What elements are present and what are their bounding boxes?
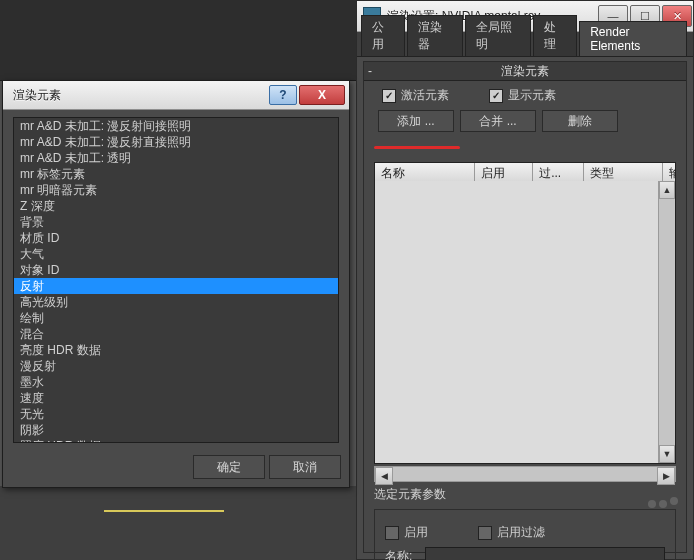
dialog-titlebar[interactable]: 渲染元素 ? X — [3, 81, 349, 110]
list-item[interactable]: Z 深度 — [14, 198, 338, 214]
list-item[interactable]: 高光级别 — [14, 294, 338, 310]
scroll-left-icon[interactable]: ◀ — [375, 467, 393, 485]
delete-button[interactable]: 删除 — [542, 110, 618, 132]
list-item[interactable]: 墨水 — [14, 374, 338, 390]
list-item[interactable]: mr A&D 未加工: 漫反射直接照明 — [14, 134, 338, 150]
list-item[interactable]: 亮度 HDR 数据 — [14, 342, 338, 358]
list-item[interactable]: mr A&D 未加工: 透明 — [14, 150, 338, 166]
list-header: 名称 启用 过... 类型 输 — [375, 163, 675, 182]
cancel-button[interactable]: 取消 — [269, 455, 341, 479]
chk-label: 启用过滤 — [497, 524, 545, 541]
list-body[interactable] — [375, 181, 675, 463]
panel-body: - 渲染元素 ✓ 激活元素 ✓ 显示元素 添加 ... 合并 ... 删除 名称… — [363, 61, 687, 553]
list-item[interactable]: 大气 — [14, 246, 338, 262]
list-item[interactable]: 无光 — [14, 406, 338, 422]
render-elements-dialog: 渲染元素 ? X mr A&D 未加工: 漫反射间接照明mr A&D 未加工: … — [2, 80, 350, 488]
scrollbar-vertical[interactable]: ▲ ▼ — [658, 181, 675, 463]
chk-label: 激活元素 — [401, 87, 449, 104]
list-item[interactable]: 照度 HDR 数据 — [14, 438, 338, 443]
list-item[interactable]: 对象 ID — [14, 262, 338, 278]
list-item[interactable]: 绘制 — [14, 310, 338, 326]
section-title: 渲染元素 — [370, 63, 680, 80]
list-item[interactable]: 速度 — [14, 390, 338, 406]
list-item[interactable]: mr 标签元素 — [14, 166, 338, 182]
list-item[interactable]: mr A&D 未加工: 漫反射间接照明 — [14, 118, 338, 134]
tab-render-elements[interactable]: Render Elements — [579, 21, 687, 56]
help-button[interactable]: ? — [269, 85, 297, 105]
collapse-icon: - — [368, 64, 372, 78]
col-name[interactable]: 名称 — [375, 163, 475, 181]
viewport-lower-area — [0, 486, 356, 560]
checkbox-icon: ✓ — [489, 89, 503, 103]
params-group: 启用 启用过滤 名称: — [374, 509, 676, 560]
tab-processing[interactable]: 处理 — [533, 15, 577, 56]
timeline-marker — [104, 510, 224, 512]
viewport-dark-area — [0, 0, 356, 81]
tab-gi[interactable]: 全局照明 — [465, 15, 531, 56]
list-item[interactable]: mr 明暗器元素 — [14, 182, 338, 198]
scroll-right-icon[interactable]: ▶ — [657, 467, 675, 485]
chk-display-elements[interactable]: ✓ 显示元素 — [489, 87, 556, 104]
chk-label: 显示元素 — [508, 87, 556, 104]
checkbox-icon — [385, 526, 399, 540]
tabstrip: 公用 渲染器 全局照明 处理 Render Elements — [357, 32, 693, 57]
list-item[interactable]: 反射 — [14, 278, 338, 294]
checkbox-icon — [478, 526, 492, 540]
render-settings-window: 渲染设置: NVIDIA mental ray — ☐ ✕ 公用 渲染器 全局照… — [356, 0, 694, 560]
watermark — [648, 500, 678, 508]
list-item[interactable]: 阴影 — [14, 422, 338, 438]
list-item[interactable]: 漫反射 — [14, 358, 338, 374]
dialog-listbox[interactable]: mr A&D 未加工: 漫反射间接照明mr A&D 未加工: 漫反射直接照明mr… — [13, 117, 339, 443]
name-input[interactable] — [425, 547, 665, 560]
col-output[interactable]: 输 — [663, 163, 675, 181]
section2-title: 选定元素参数 — [374, 486, 676, 503]
ok-button[interactable]: 确定 — [193, 455, 265, 479]
tab-common[interactable]: 公用 — [361, 15, 405, 56]
list-item[interactable]: 背景 — [14, 214, 338, 230]
elements-list[interactable]: 名称 启用 过... 类型 输 ▲ ▼ — [374, 162, 676, 464]
col-type[interactable]: 类型 — [584, 163, 663, 181]
col-filter[interactable]: 过... — [533, 163, 584, 181]
add-button[interactable]: 添加 ... — [378, 110, 454, 132]
list-item[interactable]: 材质 ID — [14, 230, 338, 246]
section-render-elements[interactable]: - 渲染元素 — [364, 62, 686, 81]
dialog-title: 渲染元素 — [3, 87, 269, 104]
annotation-underline — [374, 146, 460, 149]
scroll-up-icon[interactable]: ▲ — [659, 181, 675, 199]
close-button[interactable]: X — [299, 85, 345, 105]
col-enabled[interactable]: 启用 — [475, 163, 533, 181]
chk-activate-elements[interactable]: ✓ 激活元素 — [382, 87, 449, 104]
selected-element-params: 选定元素参数 启用 启用过滤 名称: — [374, 486, 676, 560]
list-item[interactable]: 混合 — [14, 326, 338, 342]
checkbox-icon: ✓ — [382, 89, 396, 103]
merge-button[interactable]: 合并 ... — [460, 110, 536, 132]
scroll-down-icon[interactable]: ▼ — [659, 445, 675, 463]
name-label: 名称: — [385, 548, 425, 561]
chk-enable[interactable]: 启用 — [385, 524, 428, 541]
scrollbar-horizontal[interactable]: ◀ ▶ — [374, 466, 676, 482]
chk-enable-filter[interactable]: 启用过滤 — [478, 524, 545, 541]
tab-renderer[interactable]: 渲染器 — [407, 15, 462, 56]
chk-label: 启用 — [404, 524, 428, 541]
